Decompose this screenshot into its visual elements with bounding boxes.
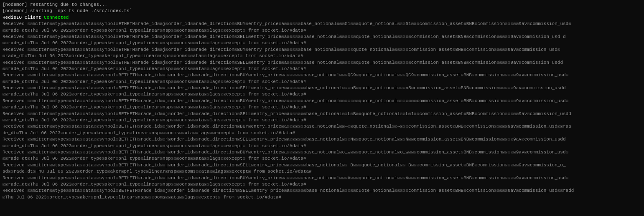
recv-line-12: Received ☒☒mitter☒☒type☒☒ata☒☒ata☒☒symbo… — [3, 162, 641, 168]
recv-line-7: Received ☒☒mitter☒☒type☒☒ata☒☒ata☒☒symbo… — [3, 98, 641, 104]
recv-line-4b: ☒☒rade_dt☒Thu Jul 06 2023☒order_type☒ake… — [3, 66, 641, 72]
recv-line-13: Received ☒☒mitter☒☒type☒☒ata☒☒ata☒☒symbo… — [3, 175, 641, 181]
recv-line-5: Received ☒☒mitter☒☒type☒☒ata☒☒ata☒☒symbo… — [3, 72, 641, 78]
redis-prefix: RedisIO Client — [3, 15, 44, 20]
nodemon-start-line: [nodemon] starting `npx ts-node ./src/in… — [3, 8, 641, 14]
recv-line-9: Received ☒☒mitter☒☒type☒☒ata☒☒ata☒☒symbo… — [3, 123, 641, 130]
recv-line-14b: ☒Thu Jul 06 2023☒order_type☒aker☒pnl_typ… — [3, 194, 641, 201]
recv-line-8: Received ☒☒mitter☒☒type☒☒ata☒☒ata☒☒symbo… — [3, 111, 641, 117]
recv-line-2b: ☒☒rade_dt☒Thu Jul 06 2023☒order_type☒ake… — [3, 40, 641, 46]
recv-line-10: Received ☒☒mitter☒☒type☒☒ata☒☒ata☒☒symbo… — [3, 136, 641, 143]
recv-line-11b: ☒☒rade_dt☒Thu Jul 06 2023☒order_type☒ake… — [3, 156, 641, 162]
recv-line-4: Received ☒☒mitter☒☒type☒☒ata☒☒ata☒☒symbo… — [3, 60, 641, 66]
recv-line-10b: ☒☒rade_dt☒Thu Jul 06 2023☒order_type☒ake… — [3, 143, 641, 149]
nodemon-restart-line: [nodemon] restarting due to changes... — [3, 2, 641, 8]
recv-line-3: Received ☒☒mitter☒☒type☒☒ata☒☒ata☒☒symbo… — [3, 47, 641, 53]
recv-line-14: Received ☒☒mitter☒☒type☒☒ata☒☒ata☒☒symbo… — [3, 188, 641, 194]
recv-line-2: Received ☒☒mitter☒☒type☒☒ata☒☒ata☒☒symbo… — [3, 34, 641, 40]
recv-line-3b: ☒rade_dt☒Thu Jul 06 2023☒order_type☒aker… — [3, 53, 641, 59]
recv-line-1: Received ☒☒mitter☒☒type☒☒ata☒☒ata☒☒symbo… — [3, 21, 641, 27]
recv-line-6b: ☒☒rade_dt☒Thu Jul 06 2023☒order_type☒ake… — [3, 91, 641, 98]
redis-connected-line: RedisIO Client Connected — [3, 15, 641, 21]
recv-line-9b: de_dt☒Thu Jul 06 2023☒order_type☒aker☒pn… — [3, 130, 641, 136]
recv-line-7b: ☒☒rade_dt☒Thu Jul 06 2023☒order_type☒ake… — [3, 104, 641, 111]
recv-line-11: Received ☒☒mitter☒☒type☒☒ata☒☒ata☒☒symbo… — [3, 149, 641, 156]
recv-line-5b: ☒☒rade_dt☒Thu Jul 06 2023☒order_type☒ake… — [3, 79, 641, 85]
recv-line-1b: ☒☒rade_dt☒Thu Jul 06 2023☒order_type☒ake… — [3, 28, 641, 34]
terminal: [nodemon] restarting due to changes... [… — [0, 0, 644, 216]
redis-status: Connected — [44, 15, 69, 20]
recv-line-13b: ☒☒rade_dt☒Thu Jul 06 2023☒order_type☒ake… — [3, 181, 641, 188]
recv-line-8b: ☒☒rade_dt☒Thu Jul 06 2023☒order_type☒ake… — [3, 117, 641, 123]
recv-line-12b: sd☒☒rade_dt☒Thu Jul 06 2023☒order_type☒a… — [3, 168, 641, 175]
recv-line-6: Received ☒☒mitter☒☒type☒☒ata☒☒ata☒☒symbo… — [3, 85, 641, 91]
